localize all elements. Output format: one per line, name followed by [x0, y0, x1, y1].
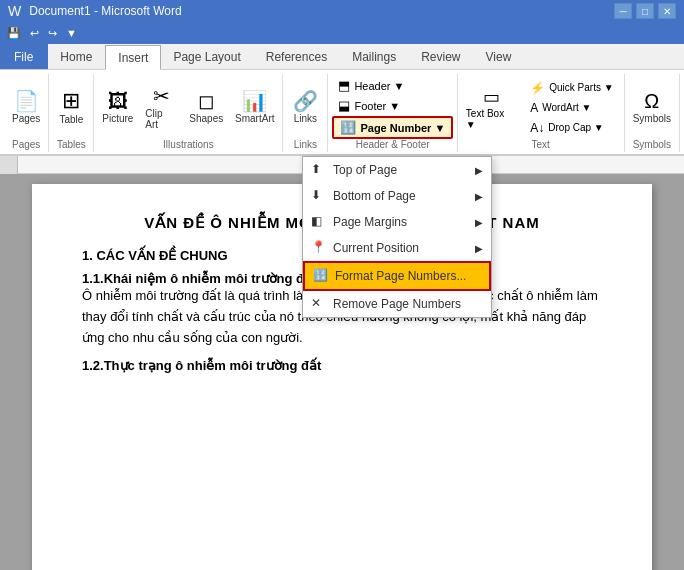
header-label: Header ▼ [354, 80, 404, 92]
undo-icon[interactable]: ↩ [27, 27, 42, 40]
menu-item-current-position-label: Current Position [333, 241, 419, 255]
quick-parts-button[interactable]: ⚡ Quick Parts ▼ [524, 79, 619, 97]
header-icon: ⬒ [338, 78, 350, 93]
redo-icon[interactable]: ↪ [45, 27, 60, 40]
menu-item-current-position[interactable]: 📍 Current Position ▶ [303, 235, 491, 261]
menu-item-page-margins-label: Page Margins [333, 215, 407, 229]
text-box-icon: ▭ [483, 86, 500, 108]
ribbon-tabs: File Home Insert Page Layout References … [0, 44, 684, 70]
remove-page-numbers-icon: ✕ [311, 296, 327, 312]
drop-cap-icon: A↓ [530, 121, 544, 135]
illustrations-group-label: Illustrations [98, 139, 278, 152]
tab-references[interactable]: References [254, 44, 340, 69]
maximize-button[interactable]: □ [636, 3, 654, 19]
section2-subheading: 1.2.Thực trạng ô nhiễm môi trường đất [82, 358, 602, 373]
picture-button[interactable]: 🖼 Picture [98, 89, 137, 126]
ruler-corner [0, 156, 18, 174]
drop-cap-button[interactable]: A↓ Drop Cap ▼ [524, 119, 619, 137]
menu-item-remove-page-numbers[interactable]: ✕ Remove Page Numbers [303, 291, 491, 317]
word-art-button[interactable]: A WordArt ▼ [524, 99, 619, 117]
customize-quick-access-icon[interactable]: ▼ [63, 27, 80, 39]
title-text: Document1 - Microsoft Word [29, 4, 182, 18]
window-controls: ─ □ ✕ [614, 3, 676, 19]
page-number-dropdown: ⬆ Top of Page ▶ ⬇ Bottom of Page ▶ ◧ Pag… [302, 156, 492, 318]
quick-parts-icon: ⚡ [530, 81, 545, 95]
clip-art-icon: ✂ [153, 86, 170, 106]
page-number-icon: 🔢 [340, 120, 356, 135]
table-button[interactable]: ⊞ Table [53, 88, 89, 127]
pages-button[interactable]: 📄 Pages [8, 89, 44, 126]
word-art-icon: A [530, 101, 538, 115]
symbols-icon: Ω [644, 91, 659, 111]
tables-group: ⊞ Table Tables [49, 74, 94, 152]
current-position-icon: 📍 [311, 240, 327, 256]
page-margins-arrow: ▶ [475, 217, 483, 228]
menu-item-format-page-numbers-label: Format Page Numbers... [335, 269, 466, 283]
illustrations-group: 🖼 Picture ✂ Clip Art ◻ Shapes 📊 SmartArt… [94, 74, 283, 152]
drop-cap-label: Drop Cap ▼ [548, 122, 603, 133]
links-group-label: Links [287, 139, 323, 152]
footer-button[interactable]: ⬓ Footer ▼ [332, 96, 406, 115]
links-group: 🔗 Links Links [283, 74, 328, 152]
header-button[interactable]: ⬒ Header ▼ [332, 76, 410, 95]
tab-home[interactable]: Home [48, 44, 105, 69]
menu-item-remove-page-numbers-label: Remove Page Numbers [333, 297, 461, 311]
bottom-of-page-arrow: ▶ [475, 191, 483, 202]
pages-group: 📄 Pages Pages [4, 74, 49, 152]
symbols-group-label: Symbols [629, 139, 675, 152]
text-box-button[interactable]: ▭ Text Box ▼ [462, 84, 520, 132]
links-icon: 🔗 [293, 91, 318, 111]
footer-label: Footer ▼ [354, 100, 400, 112]
pages-icon: 📄 [14, 91, 39, 111]
tab-mailings[interactable]: Mailings [340, 44, 409, 69]
save-icon[interactable]: 💾 [4, 27, 24, 40]
tab-file[interactable]: File [0, 44, 48, 69]
menu-item-format-page-numbers[interactable]: 🔢 Format Page Numbers... [303, 261, 491, 291]
minimize-button[interactable]: ─ [614, 3, 632, 19]
symbols-group: Ω Symbols Symbols [625, 74, 680, 152]
links-button[interactable]: 🔗 Links [287, 89, 323, 126]
app-icon: W [8, 3, 21, 19]
header-footer-group: ⬒ Header ▼ ⬓ Footer ▼ 🔢 Page Number ▼ He… [328, 74, 457, 152]
shapes-button[interactable]: ◻ Shapes [185, 89, 227, 126]
page-margins-icon: ◧ [311, 214, 327, 230]
tab-insert[interactable]: Insert [105, 45, 161, 70]
top-of-page-arrow: ▶ [475, 165, 483, 176]
smartart-button[interactable]: 📊 SmartArt [231, 89, 278, 126]
menu-item-top-of-page[interactable]: ⬆ Top of Page ▶ [303, 157, 491, 183]
smartart-icon: 📊 [242, 91, 267, 111]
symbols-button[interactable]: Ω Symbols [629, 89, 675, 126]
title-bar: W Document1 - Microsoft Word ─ □ ✕ [0, 0, 684, 22]
format-page-numbers-icon: 🔢 [313, 268, 329, 284]
text-box-label: Text Box ▼ [466, 108, 516, 130]
ribbon: 📄 Pages Pages ⊞ Table Tables 🖼 Picture ✂… [0, 70, 684, 156]
word-art-label: WordArt ▼ [542, 102, 591, 113]
clip-art-button[interactable]: ✂ Clip Art [141, 84, 181, 132]
tab-review[interactable]: Review [409, 44, 473, 69]
tab-page-layout[interactable]: Page Layout [161, 44, 253, 69]
shapes-icon: ◻ [198, 91, 215, 111]
menu-item-page-margins[interactable]: ◧ Page Margins ▶ [303, 209, 491, 235]
tab-view[interactable]: View [474, 44, 525, 69]
text-group: ▭ Text Box ▼ ⚡ Quick Parts ▼ A WordArt ▼… [458, 74, 625, 152]
close-button[interactable]: ✕ [658, 3, 676, 19]
top-of-page-icon: ⬆ [311, 162, 327, 178]
quick-parts-label: Quick Parts ▼ [549, 82, 613, 93]
menu-item-top-of-page-label: Top of Page [333, 163, 397, 177]
pages-group-label: Pages [8, 139, 44, 152]
picture-icon: 🖼 [108, 91, 128, 111]
current-position-arrow: ▶ [475, 243, 483, 254]
page-number-button[interactable]: 🔢 Page Number ▼ [332, 116, 453, 139]
table-icon: ⊞ [62, 90, 80, 112]
page-number-label: Page Number ▼ [360, 122, 445, 134]
header-footer-group-label: Header & Footer [332, 139, 452, 152]
bottom-of-page-icon: ⬇ [311, 188, 327, 204]
text-group-label: Text [462, 139, 620, 152]
menu-item-bottom-of-page-label: Bottom of Page [333, 189, 416, 203]
footer-icon: ⬓ [338, 98, 350, 113]
tables-group-label: Tables [53, 139, 89, 152]
menu-item-bottom-of-page[interactable]: ⬇ Bottom of Page ▶ [303, 183, 491, 209]
quick-access-toolbar: 💾 ↩ ↪ ▼ [0, 22, 684, 44]
